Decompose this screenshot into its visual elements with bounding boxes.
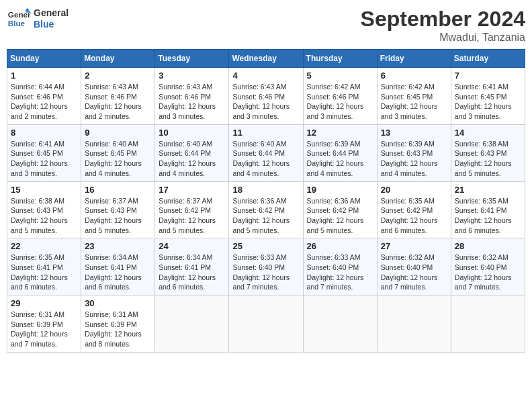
calendar-cell: 2Sunrise: 6:43 AM Sunset: 6:46 PM Daylig… — [81, 68, 155, 125]
calendar-cell — [155, 295, 229, 353]
day-header-monday: Monday — [81, 50, 155, 68]
svg-text:Blue: Blue — [8, 19, 26, 28]
day-info: Sunrise: 6:43 AM Sunset: 6:46 PM Dayligh… — [232, 82, 299, 122]
calendar-cell: 22Sunrise: 6:35 AM Sunset: 6:41 PM Dayli… — [7, 238, 81, 295]
header: General Blue General Blue September 2024… — [7, 7, 525, 44]
day-info: Sunrise: 6:38 AM Sunset: 6:43 PM Dayligh… — [11, 196, 77, 236]
day-info: Sunrise: 6:34 AM Sunset: 6:41 PM Dayligh… — [159, 253, 225, 292]
day-number: 24 — [159, 241, 225, 251]
day-number: 27 — [381, 241, 447, 251]
day-info: Sunrise: 6:34 AM Sunset: 6:41 PM Dayligh… — [85, 253, 151, 292]
day-number: 8 — [11, 128, 77, 138]
day-number: 28 — [455, 241, 521, 251]
day-info: Sunrise: 6:37 AM Sunset: 6:43 PM Dayligh… — [85, 196, 151, 236]
day-header-saturday: Saturday — [451, 50, 525, 68]
day-number: 5 — [307, 71, 373, 81]
day-info: Sunrise: 6:35 AM Sunset: 6:41 PM Dayligh… — [11, 253, 77, 292]
day-header-wednesday: Wednesday — [229, 50, 303, 68]
day-header-tuesday: Tuesday — [155, 50, 229, 68]
day-info: Sunrise: 6:39 AM Sunset: 6:43 PM Dayligh… — [381, 139, 447, 179]
day-number: 29 — [11, 298, 77, 308]
calendar-cell: 27Sunrise: 6:32 AM Sunset: 6:40 PM Dayli… — [377, 238, 451, 295]
day-number: 6 — [381, 71, 447, 81]
day-info: Sunrise: 6:40 AM Sunset: 6:45 PM Dayligh… — [85, 139, 151, 179]
calendar-cell: 18Sunrise: 6:36 AM Sunset: 6:42 PM Dayli… — [229, 181, 303, 238]
calendar-cell — [229, 295, 303, 353]
day-info: Sunrise: 6:40 AM Sunset: 6:44 PM Dayligh… — [159, 139, 225, 179]
day-header-friday: Friday — [377, 50, 451, 68]
day-number: 26 — [307, 241, 373, 251]
day-number: 12 — [307, 128, 373, 138]
day-number: 4 — [232, 71, 299, 81]
calendar-cell — [377, 295, 451, 353]
day-info: Sunrise: 6:41 AM Sunset: 6:45 PM Dayligh… — [11, 139, 77, 179]
calendar-cell: 9Sunrise: 6:40 AM Sunset: 6:45 PM Daylig… — [81, 124, 155, 181]
calendar-cell — [303, 295, 377, 353]
calendar-cell: 8Sunrise: 6:41 AM Sunset: 6:45 PM Daylig… — [7, 124, 81, 181]
day-info: Sunrise: 6:36 AM Sunset: 6:42 PM Dayligh… — [232, 196, 299, 236]
calendar-cell: 17Sunrise: 6:37 AM Sunset: 6:42 PM Dayli… — [155, 181, 229, 238]
day-number: 18 — [232, 185, 299, 195]
calendar-cell: 10Sunrise: 6:40 AM Sunset: 6:44 PM Dayli… — [155, 124, 229, 181]
day-number: 10 — [159, 128, 225, 138]
day-number: 1 — [11, 71, 77, 81]
day-number: 3 — [159, 71, 225, 81]
day-info: Sunrise: 6:39 AM Sunset: 6:44 PM Dayligh… — [307, 139, 373, 179]
day-number: 7 — [455, 71, 521, 81]
day-number: 14 — [455, 128, 521, 138]
day-number: 9 — [85, 128, 151, 138]
calendar-cell: 30Sunrise: 6:31 AM Sunset: 6:39 PM Dayli… — [81, 295, 155, 353]
logo-blue: Blue — [34, 19, 69, 30]
day-number: 16 — [85, 185, 151, 195]
day-info: Sunrise: 6:36 AM Sunset: 6:42 PM Dayligh… — [307, 196, 373, 236]
calendar-cell: 29Sunrise: 6:31 AM Sunset: 6:39 PM Dayli… — [7, 295, 81, 353]
day-info: Sunrise: 6:32 AM Sunset: 6:40 PM Dayligh… — [381, 253, 447, 292]
day-info: Sunrise: 6:35 AM Sunset: 6:41 PM Dayligh… — [455, 196, 521, 236]
logo: General Blue General Blue — [7, 7, 69, 31]
day-info: Sunrise: 6:43 AM Sunset: 6:46 PM Dayligh… — [159, 82, 225, 122]
day-info: Sunrise: 6:42 AM Sunset: 6:45 PM Dayligh… — [381, 82, 447, 122]
calendar-cell: 20Sunrise: 6:35 AM Sunset: 6:42 PM Dayli… — [377, 181, 451, 238]
day-number: 25 — [232, 241, 299, 251]
day-info: Sunrise: 6:38 AM Sunset: 6:43 PM Dayligh… — [455, 139, 521, 179]
calendar-cell: 25Sunrise: 6:33 AM Sunset: 6:40 PM Dayli… — [229, 238, 303, 295]
calendar-cell: 24Sunrise: 6:34 AM Sunset: 6:41 PM Dayli… — [155, 238, 229, 295]
calendar-table: SundayMondayTuesdayWednesdayThursdayFrid… — [7, 49, 525, 353]
calendar-cell: 14Sunrise: 6:38 AM Sunset: 6:43 PM Dayli… — [451, 124, 525, 181]
day-number: 20 — [381, 185, 447, 195]
calendar-cell: 23Sunrise: 6:34 AM Sunset: 6:41 PM Dayli… — [81, 238, 155, 295]
day-info: Sunrise: 6:42 AM Sunset: 6:46 PM Dayligh… — [307, 82, 373, 122]
day-number: 15 — [11, 185, 77, 195]
day-info: Sunrise: 6:33 AM Sunset: 6:40 PM Dayligh… — [307, 253, 373, 292]
day-number: 21 — [455, 185, 521, 195]
day-info: Sunrise: 6:37 AM Sunset: 6:42 PM Dayligh… — [159, 196, 225, 236]
day-number: 19 — [307, 185, 373, 195]
day-number: 30 — [85, 298, 151, 308]
logo-icon: General Blue — [7, 7, 31, 31]
day-info: Sunrise: 6:32 AM Sunset: 6:40 PM Dayligh… — [455, 253, 521, 292]
day-number: 23 — [85, 241, 151, 251]
calendar-cell: 28Sunrise: 6:32 AM Sunset: 6:40 PM Dayli… — [451, 238, 525, 295]
calendar-cell: 16Sunrise: 6:37 AM Sunset: 6:43 PM Dayli… — [81, 181, 155, 238]
calendar-cell: 3Sunrise: 6:43 AM Sunset: 6:46 PM Daylig… — [155, 68, 229, 125]
day-info: Sunrise: 6:33 AM Sunset: 6:40 PM Dayligh… — [232, 253, 299, 292]
day-header-thursday: Thursday — [303, 50, 377, 68]
calendar-cell: 19Sunrise: 6:36 AM Sunset: 6:42 PM Dayli… — [303, 181, 377, 238]
day-info: Sunrise: 6:35 AM Sunset: 6:42 PM Dayligh… — [381, 196, 447, 236]
calendar-cell: 4Sunrise: 6:43 AM Sunset: 6:46 PM Daylig… — [229, 68, 303, 125]
day-info: Sunrise: 6:43 AM Sunset: 6:46 PM Dayligh… — [85, 82, 151, 122]
day-number: 17 — [159, 185, 225, 195]
calendar-cell: 6Sunrise: 6:42 AM Sunset: 6:45 PM Daylig… — [377, 68, 451, 125]
calendar-cell: 7Sunrise: 6:41 AM Sunset: 6:45 PM Daylig… — [451, 68, 525, 125]
calendar-cell: 13Sunrise: 6:39 AM Sunset: 6:43 PM Dayli… — [377, 124, 451, 181]
location-title: Mwadui, Tanzania — [361, 32, 525, 44]
calendar-cell — [451, 295, 525, 353]
logo-general: General — [34, 7, 69, 19]
calendar-cell: 26Sunrise: 6:33 AM Sunset: 6:40 PM Dayli… — [303, 238, 377, 295]
month-title: September 2024 — [361, 7, 525, 32]
calendar-cell: 21Sunrise: 6:35 AM Sunset: 6:41 PM Dayli… — [451, 181, 525, 238]
title-area: September 2024 Mwadui, Tanzania — [361, 7, 525, 44]
day-number: 11 — [232, 128, 299, 138]
day-header-sunday: Sunday — [7, 50, 81, 68]
calendar-cell: 11Sunrise: 6:40 AM Sunset: 6:44 PM Dayli… — [229, 124, 303, 181]
